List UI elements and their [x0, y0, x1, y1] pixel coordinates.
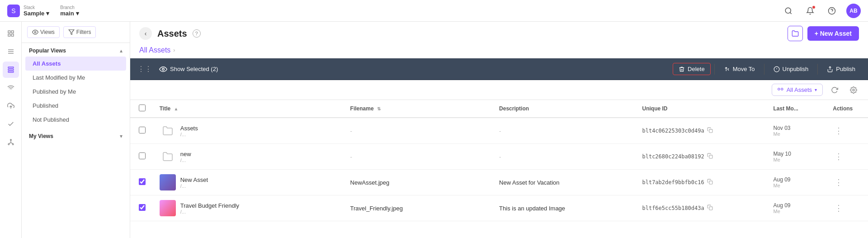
row-checkbox[interactable] — [139, 178, 146, 185]
user-avatar[interactable]: AB — [846, 4, 861, 18]
branch-value: main ▾ — [60, 10, 79, 17]
select-all-checkbox[interactable] — [139, 105, 146, 111]
unpublish-button[interactable]: Unpublish — [768, 63, 814, 75]
uid-value: bltf6e5cc55b180d43a — [642, 205, 762, 212]
copy-uid-button[interactable] — [707, 179, 713, 186]
copy-uid-button[interactable] — [707, 127, 713, 134]
asset-path: /... — [180, 183, 208, 189]
row-uid-cell: bltc2680c224ba08192 — [637, 144, 768, 170]
svg-point-15 — [10, 139, 11, 141]
row-filename-cell: Travel_Friendly.jpeg — [345, 195, 494, 221]
views-button[interactable]: Views — [27, 26, 60, 38]
header-title[interactable]: Title ▲ — [154, 100, 345, 118]
svg-rect-31 — [709, 129, 712, 133]
top-navigation: S Stack Sample ▾ Branch main ▾ — [0, 0, 868, 22]
header-filename[interactable]: Filename ⇅ — [345, 100, 494, 118]
action-bar: ⋮⋮ Show Selected (2) Delete M — [130, 58, 868, 80]
sidebar-icon-check[interactable] — [3, 116, 19, 132]
move-to-button[interactable]: Move To — [718, 63, 760, 75]
row-checkbox-cell — [130, 144, 154, 170]
svg-point-0 — [785, 8, 791, 13]
row-actions-menu[interactable]: ⋮ — [833, 150, 844, 163]
popular-views-header: Popular Views ▴ — [22, 43, 130, 57]
table-row: Assets/...--blt4c06225303c0d49aNov 03Me⋮ — [130, 118, 868, 144]
svg-point-17 — [12, 143, 14, 145]
help-icon[interactable]: ? — [193, 29, 201, 38]
svg-point-23 — [162, 68, 165, 70]
row-actions-menu[interactable]: ⋮ — [833, 176, 844, 189]
svg-rect-5 — [8, 34, 10, 36]
folder-icon — [160, 148, 176, 165]
filename-sort-arrows: ⇅ — [377, 106, 381, 111]
row-description-cell: - — [494, 118, 637, 144]
row-actions-cell: ⋮ — [827, 170, 868, 195]
search-button[interactable] — [781, 4, 796, 18]
logo-icon[interactable]: S — [7, 5, 20, 17]
asset-name: Assets — [180, 125, 198, 132]
action-bar-divider3 — [817, 64, 818, 75]
table-row: new/...--bltc2680c224ba08192May 10Me⋮ — [130, 144, 868, 170]
copy-uid-button[interactable] — [707, 153, 713, 160]
content-breadcrumb: All Assets › — [139, 45, 859, 58]
row-checkbox-cell — [130, 170, 154, 195]
sidebar-nav-item-published[interactable]: Published — [25, 99, 126, 113]
move-to-label: Move To — [733, 66, 755, 72]
row-lastmod-cell: Nov 03Me — [768, 118, 827, 144]
publish-button[interactable]: Publish — [821, 63, 861, 75]
sidebar-icon-content[interactable] — [3, 62, 19, 78]
row-checkbox-cell — [130, 118, 154, 144]
lastmod-by: Me — [773, 183, 822, 188]
refresh-button[interactable] — [827, 83, 842, 97]
new-asset-button[interactable]: + New Asset — [807, 26, 859, 41]
all-assets-dropdown[interactable]: All Assets ▾ — [772, 84, 823, 96]
asset-path: /... — [180, 132, 198, 137]
sidebar-nav-item-all-assets[interactable]: All Assets — [25, 57, 126, 71]
sidebar-icon-upload[interactable] — [3, 98, 19, 114]
svg-point-29 — [781, 88, 783, 90]
help-button[interactable] — [825, 4, 839, 18]
sidebar-nav-item-last-modified-by-me[interactable]: Last Modified by Me — [25, 71, 126, 85]
assets-table-container: Title ▲ Filename ⇅ Description Unique ID — [130, 100, 868, 238]
asset-thumbnail — [160, 174, 176, 190]
popular-views-collapse[interactable]: ▴ — [120, 48, 123, 54]
publish-icon — [827, 66, 833, 72]
breadcrumb-all-assets[interactable]: All Assets — [139, 46, 170, 54]
lastmod-date: Nov 03 — [773, 125, 822, 131]
table-settings-button[interactable] — [846, 83, 861, 97]
notifications-button[interactable] — [803, 4, 817, 18]
delete-button[interactable]: Delete — [673, 63, 711, 75]
row-checkbox[interactable] — [139, 152, 146, 159]
stack-selector[interactable]: Stack Sample ▾ — [24, 5, 49, 17]
sidebar-icon-list[interactable] — [3, 43, 19, 60]
sidebar-nav-item-not-published[interactable]: Not Published — [25, 113, 126, 127]
back-button[interactable]: ‹ — [139, 27, 152, 40]
row-title-cell: New Asset/... — [154, 170, 345, 195]
sidebar-icon-nodes[interactable] — [3, 134, 19, 150]
sidebar-nav-item-published-by-me[interactable]: Published by Me — [25, 85, 126, 99]
row-checkbox[interactable] — [139, 127, 146, 133]
header-uid: Unique ID — [637, 100, 768, 118]
sidebar-icon-grid[interactable] — [3, 25, 19, 42]
svg-line-20 — [11, 143, 13, 143]
filters-button[interactable]: Filters — [63, 26, 96, 38]
row-lastmod-cell: Aug 09Me — [768, 170, 827, 195]
svg-rect-33 — [709, 181, 712, 184]
my-views-chevron[interactable]: ▾ — [120, 133, 123, 139]
row-checkbox[interactable] — [139, 204, 146, 211]
row-filename-cell: - — [345, 144, 494, 170]
svg-rect-32 — [709, 155, 712, 158]
svg-marker-22 — [69, 30, 74, 35]
row-checkbox-cell — [130, 195, 154, 221]
show-selected-button[interactable]: Show Selected (2) — [159, 66, 218, 72]
table-body: Assets/...--blt4c06225303c0d49aNov 03Me⋮… — [130, 118, 868, 221]
branch-selector[interactable]: Branch main ▾ — [60, 5, 79, 17]
row-description-cell: - — [494, 144, 637, 170]
row-actions-menu[interactable]: ⋮ — [833, 202, 844, 214]
row-filename-cell: - — [345, 118, 494, 144]
sidebar-icon-network[interactable] — [3, 80, 19, 96]
folder-icon — [160, 123, 176, 139]
row-actions-menu[interactable]: ⋮ — [833, 124, 844, 137]
row-uid-cell: blt7ab2def9bbfb0c16 — [637, 170, 768, 195]
add-folder-button[interactable] — [788, 26, 803, 41]
copy-uid-button[interactable] — [707, 205, 713, 212]
